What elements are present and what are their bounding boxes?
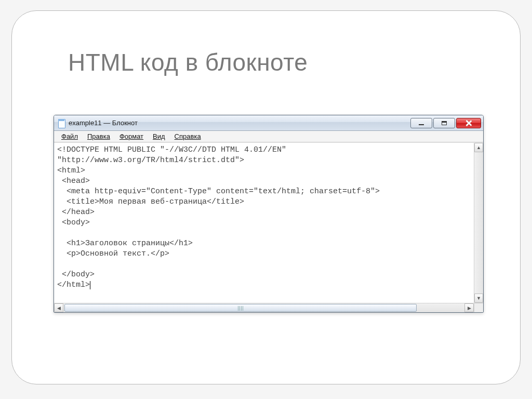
text-caret — [90, 281, 90, 289]
slide-title: HTML код в блокноте — [68, 48, 308, 76]
notepad-icon — [57, 118, 65, 128]
scroll-up-button[interactable]: ▲ — [474, 143, 483, 152]
menu-format-label: Формат — [119, 132, 143, 140]
menu-format[interactable]: Формат — [115, 131, 148, 141]
window-title: example11 — Блокнот — [69, 119, 410, 127]
minimize-icon — [419, 124, 424, 125]
maximize-icon — [442, 121, 447, 125]
resize-grip[interactable] — [474, 303, 483, 312]
menu-view[interactable]: Вид — [149, 131, 169, 141]
close-button[interactable] — [456, 118, 481, 128]
scroll-left-button[interactable]: ◀ — [54, 303, 63, 312]
window-titlebar[interactable]: example11 — Блокнот — [54, 115, 483, 131]
menu-edit-label: Правка — [87, 132, 110, 140]
scroll-right-button[interactable]: ▶ — [464, 303, 474, 312]
editor-area: <!DOCTYPE HTML PUBLIC "-//W3C//DTD HTML … — [54, 142, 483, 303]
text-editor[interactable]: <!DOCTYPE HTML PUBLIC "-//W3C//DTD HTML … — [54, 143, 474, 303]
notepad-window: example11 — Блокнот Файл Правка Формат В… — [54, 115, 484, 313]
window-controls — [410, 118, 481, 128]
horizontal-scroll-thumb[interactable] — [64, 304, 417, 312]
menu-help-label: Справка — [175, 132, 201, 140]
close-icon — [466, 120, 472, 126]
menu-file-label: Файл — [61, 132, 78, 140]
slide-frame: HTML код в блокноте example11 — Блокнот … — [11, 10, 521, 384]
menu-file[interactable]: Файл — [57, 131, 82, 141]
menu-bar: Файл Правка Формат Вид Справка — [54, 131, 483, 142]
scroll-down-button[interactable]: ▼ — [474, 294, 483, 303]
menu-help[interactable]: Справка — [170, 131, 205, 141]
menu-view-label: Вид — [153, 132, 165, 140]
vertical-scrollbar[interactable]: ▲ ▼ — [474, 143, 483, 303]
menu-edit[interactable]: Правка — [83, 131, 114, 141]
maximize-button[interactable] — [433, 118, 455, 128]
horizontal-scrollbar[interactable]: ◀ ▶ — [54, 303, 483, 312]
minimize-button[interactable] — [410, 118, 432, 128]
